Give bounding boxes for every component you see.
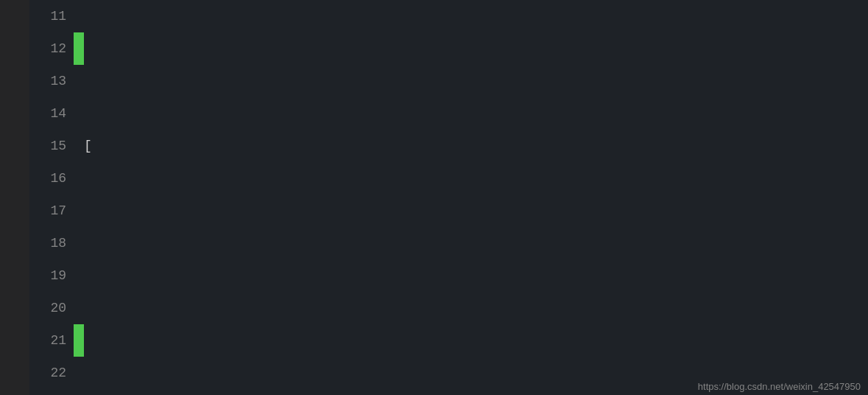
line-num-12: 12 <box>29 32 66 65</box>
editor-area: 11 12 13 14 15 16 17 18 19 20 21 22 23 <box>29 0 868 395</box>
line-num-13: 13 <box>29 65 66 97</box>
gutter-11 <box>74 0 84 32</box>
line-num-21: 21 <box>29 324 66 357</box>
line-num-17: 17 <box>29 195 66 227</box>
left-sidebar <box>0 0 29 395</box>
gutter-21 <box>74 324 84 357</box>
gutter-22 <box>74 357 84 389</box>
gutter-18 <box>74 227 84 259</box>
gutter-19 <box>74 259 84 292</box>
editor-container: 11 12 13 14 15 16 17 18 19 20 21 22 23 <box>0 0 868 395</box>
line-num-19: 19 <box>29 259 66 292</box>
line-num-16: 16 <box>29 162 66 195</box>
line-num-20: 20 <box>29 292 66 324</box>
gutter-15 <box>74 130 84 162</box>
watermark: https://blog.csdn.net/weixin_42547950 <box>698 381 861 392</box>
line-numbers: 11 12 13 14 15 16 17 18 19 20 21 22 23 <box>29 0 74 395</box>
line-num-15: 15 <box>29 130 66 162</box>
gutter-23 <box>74 389 84 395</box>
line-num-11: 11 <box>29 0 66 32</box>
gutter-17 <box>74 195 84 227</box>
code-text-11: [ <box>84 130 92 162</box>
line-num-23: 23 <box>29 389 66 395</box>
code-line-11: [ <box>84 130 868 162</box>
gutter-14 <box>74 97 84 130</box>
code-line-12 <box>84 292 868 324</box>
gutter-16 <box>74 162 84 195</box>
gutter-12 <box>74 32 84 65</box>
line-num-14: 14 <box>29 97 66 130</box>
line-num-18: 18 <box>29 227 66 259</box>
code-content[interactable]: [ - void test ( void ) { <box>84 0 868 395</box>
line-num-22: 22 <box>29 357 66 389</box>
gutter-13 <box>74 65 84 97</box>
gutter-markers <box>74 0 84 395</box>
gutter-20 <box>74 292 84 324</box>
